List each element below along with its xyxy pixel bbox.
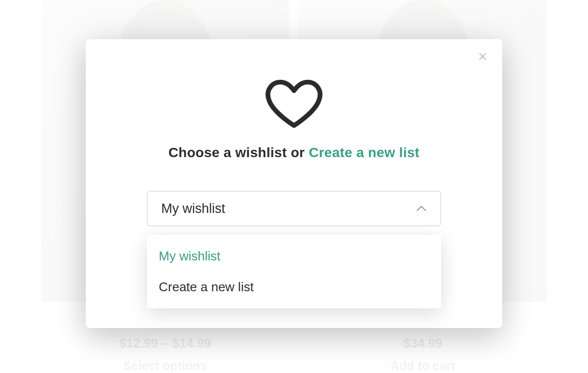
headline-prefix: Choose a wishlist or [169, 145, 309, 160]
select-value: My wishlist [161, 201, 225, 216]
close-button[interactable] [476, 50, 490, 64]
chevron-up-icon [416, 205, 427, 212]
wishlist-dropdown: My wishlist Create a new list [147, 235, 441, 308]
dropdown-option-create-new[interactable]: Create a new list [147, 272, 441, 303]
wishlist-modal: Choose a wishlist or Create a new list M… [86, 39, 502, 328]
modal-headline: Choose a wishlist or Create a new list [103, 145, 485, 161]
dropdown-option-my-wishlist[interactable]: My wishlist [147, 241, 441, 272]
modal-wrapper: Choose a wishlist or Create a new list M… [0, 0, 588, 373]
create-new-list-link[interactable]: Create a new list [309, 145, 419, 160]
wishlist-select-wrap: My wishlist My wishlist Create a new lis… [147, 191, 441, 226]
close-icon [477, 50, 488, 63]
wishlist-select[interactable]: My wishlist [147, 191, 441, 226]
heart-icon [265, 78, 323, 130]
